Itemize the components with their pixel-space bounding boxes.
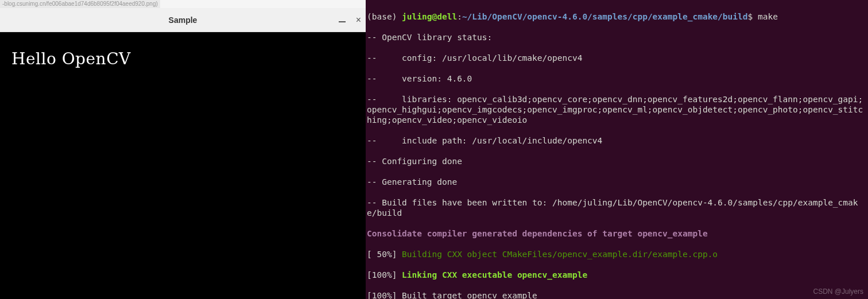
prompt-sep: : <box>457 12 462 21</box>
opencv-canvas-text: Hello OpenCV <box>11 49 354 68</box>
url-fragment: -blog.csunimg.cn/fe006abae1d74d6b8095f2f… <box>0 0 160 8</box>
watermark: CSDN @Julyers <box>813 286 863 297</box>
terminal-line: [100%] Built target opencv_example <box>367 290 867 299</box>
percent-marker: [100%] <box>367 270 402 279</box>
terminal-line: -- Configuring done <box>367 156 867 166</box>
terminal-line: -- libraries: opencv_calib3d;opencv_core… <box>367 94 867 125</box>
terminal-line: -- version: 4.6.0 <box>367 73 867 84</box>
close-icon[interactable]: × <box>356 15 361 25</box>
prompt-path: ~/Lib/OpenCV/opencv-4.6.0/samples/cpp/ex… <box>462 12 748 21</box>
titlebar[interactable]: Sample × <box>0 8 366 32</box>
opencv-sample-window: Sample × Hello OpenCV <box>0 0 366 299</box>
window-controls: × <box>339 15 361 25</box>
terminal-line: Consolidate compiler generated dependenc… <box>367 228 867 239</box>
terminal-line: [100%] Linking CXX executable opencv_exa… <box>367 270 867 280</box>
terminal[interactable]: (base) juling@dell:~/Lib/OpenCV/opencv-4… <box>366 0 868 299</box>
prompt-dollar: $ <box>747 12 753 21</box>
link-msg: Linking CXX executable opencv_example <box>402 270 587 279</box>
terminal-line: -- OpenCV library status: <box>367 32 867 42</box>
percent-marker: [ 50%] <box>367 250 402 259</box>
cmd-make: make <box>753 12 778 21</box>
terminal-line: -- Build files have been written to: /ho… <box>367 197 867 218</box>
prompt-user: juling@dell <box>402 12 457 21</box>
terminal-line: -- Generating done <box>367 177 867 187</box>
terminal-line: (base) juling@dell:~/Lib/OpenCV/opencv-4… <box>367 11 867 22</box>
opencv-canvas: Hello OpenCV <box>0 32 366 299</box>
window-title: Sample <box>169 15 197 25</box>
terminal-line: -- config: /usr/local/lib/cmake/opencv4 <box>367 53 867 63</box>
minimize-icon[interactable] <box>339 21 346 22</box>
terminal-line: [ 50%] Building CXX object CMakeFiles/op… <box>367 249 867 259</box>
prompt-base: (base) <box>367 12 402 21</box>
build-msg: Building CXX object CMakeFiles/opencv_ex… <box>402 250 718 259</box>
terminal-line: -- include path: /usr/local/include/open… <box>367 135 867 146</box>
